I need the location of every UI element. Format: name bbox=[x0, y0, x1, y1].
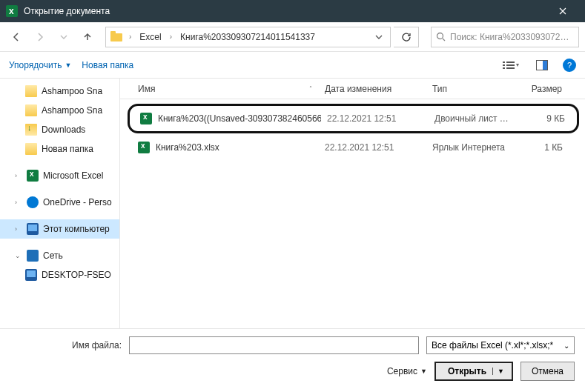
chevron-right-icon: › bbox=[168, 33, 174, 41]
organize-label: Упорядочить bbox=[9, 60, 62, 70]
column-header-type[interactable]: Тип bbox=[426, 79, 515, 99]
chevron-down-icon: ▼ bbox=[420, 368, 427, 375]
file-size: 1 КБ bbox=[515, 142, 569, 153]
sidebar-item-label: Ashampoo Sna bbox=[42, 105, 102, 116]
svg-rect-3 bbox=[110, 31, 116, 35]
sidebar-item-excel[interactable]: ›Microsoft Excel bbox=[0, 166, 119, 185]
column-headers: Имя˄ Дата изменения Тип Размер bbox=[120, 79, 585, 99]
tools-dropdown[interactable]: Сервис ▼ bbox=[387, 366, 427, 376]
folder-icon bbox=[25, 143, 37, 155]
sidebar-item-ashampoo-2[interactable]: Ashampoo Sna bbox=[0, 101, 119, 120]
excel-icon bbox=[27, 170, 39, 182]
sidebar-item-label: DESKTOP-FSEO bbox=[42, 270, 111, 280]
file-size: 9 КБ bbox=[518, 113, 571, 124]
sidebar-item-thispc[interactable]: ›Этот компьютер bbox=[0, 219, 119, 239]
sidebar-item-label: Сеть bbox=[43, 250, 63, 261]
file-type: Ярлык Интернета bbox=[426, 142, 515, 153]
help-button[interactable]: ? bbox=[563, 59, 576, 72]
svg-text:x: x bbox=[9, 6, 14, 16]
sidebar-item-label: Этот компьютер bbox=[43, 224, 110, 234]
column-header-name[interactable]: Имя˄ bbox=[132, 79, 319, 99]
view-mode-button[interactable] bbox=[500, 56, 521, 74]
sidebar-item-label: OneDrive - Perso bbox=[43, 197, 112, 207]
svg-rect-5 bbox=[503, 62, 505, 63]
new-folder-label: Новая папка bbox=[82, 60, 133, 70]
svg-rect-9 bbox=[503, 67, 505, 69]
sidebar-item-label: Downloads bbox=[42, 124, 85, 135]
cancel-button[interactable]: Отмена bbox=[520, 362, 575, 381]
search-box[interactable] bbox=[431, 27, 579, 47]
tools-label: Сервис bbox=[387, 366, 417, 376]
address-folder-icon bbox=[110, 31, 122, 43]
nav-forward-button[interactable] bbox=[30, 27, 50, 47]
sidebar-item-ashampoo-1[interactable]: Ashampoo Sna bbox=[0, 82, 119, 101]
chevron-right-icon: › bbox=[15, 199, 22, 206]
filename-input[interactable] bbox=[129, 336, 419, 354]
toolbar: Упорядочить ▼ Новая папка ? bbox=[0, 52, 585, 79]
folder-icon bbox=[25, 104, 37, 116]
excel-file-icon bbox=[138, 142, 150, 153]
open-button[interactable]: Открыть ▼ bbox=[434, 362, 513, 381]
refresh-button[interactable] bbox=[394, 27, 419, 47]
network-icon bbox=[27, 250, 39, 262]
sidebar-item-label: Microsoft Excel bbox=[43, 170, 103, 181]
chevron-down-icon: ▼ bbox=[65, 62, 71, 69]
open-split-icon[interactable]: ▼ bbox=[492, 368, 504, 375]
file-filter-dropdown[interactable]: Все файлы Excel (*.xl*;*.xlsx;* ⌄ bbox=[426, 336, 575, 354]
file-area: Имя˄ Дата изменения Тип Размер Книга%203… bbox=[120, 79, 585, 328]
window-title: Открытие документа bbox=[24, 6, 546, 16]
file-type: Двоичный лист … bbox=[429, 113, 518, 124]
column-label: Дата изменения bbox=[325, 84, 391, 94]
window-close-button[interactable] bbox=[546, 0, 579, 22]
pc-icon bbox=[25, 269, 37, 281]
nav-back-button[interactable] bbox=[6, 27, 27, 47]
column-label: Имя bbox=[138, 84, 155, 94]
excel-file-icon bbox=[140, 113, 152, 124]
sidebar-item-newfolder[interactable]: Новая папка bbox=[0, 139, 119, 159]
nav-up-button[interactable] bbox=[77, 27, 98, 47]
downloads-icon bbox=[25, 124, 37, 136]
breadcrumb-excel[interactable]: Excel bbox=[138, 32, 162, 42]
titlebar: x Открытие документа bbox=[0, 0, 585, 22]
sidebar-item-network[interactable]: ⌄Сеть bbox=[0, 246, 119, 265]
svg-rect-6 bbox=[506, 62, 515, 63]
sidebar-item-desktop-fseo[interactable]: DESKTOP-FSEO bbox=[0, 265, 119, 285]
sidebar-item-downloads[interactable]: Downloads bbox=[0, 120, 119, 139]
sidebar: Ashampoo Sna Ashampoo Sna Downloads Нова… bbox=[0, 79, 120, 328]
sort-asc-icon: ˄ bbox=[309, 85, 312, 92]
chevron-down-icon: ⌄ bbox=[563, 342, 569, 350]
file-rows: Книга%203((Unsaved-3093073824605660… 22.… bbox=[120, 99, 585, 328]
search-input[interactable] bbox=[450, 32, 574, 42]
file-date: 22.12.2021 12:51 bbox=[319, 142, 426, 153]
search-icon bbox=[436, 32, 446, 41]
chevron-right-icon: › bbox=[127, 33, 133, 41]
column-header-size[interactable]: Размер bbox=[515, 79, 569, 99]
chevron-down-icon: ⌄ bbox=[15, 252, 22, 259]
body-area: Ashampoo Sna Ashampoo Sna Downloads Нова… bbox=[0, 79, 585, 328]
cancel-label: Отмена bbox=[532, 366, 563, 376]
address-bar[interactable]: › Excel › Книга%203309307214011541337 bbox=[105, 27, 391, 47]
new-folder-button[interactable]: Новая папка bbox=[82, 60, 133, 70]
breadcrumb-folder[interactable]: Книга%203309307214011541337 bbox=[179, 32, 317, 42]
svg-rect-10 bbox=[506, 67, 515, 69]
nav-recent-dropdown[interactable] bbox=[53, 27, 74, 47]
column-header-date[interactable]: Дата изменения bbox=[319, 79, 426, 99]
chevron-right-icon: › bbox=[15, 172, 22, 179]
file-name: Книга%203((Unsaved-3093073824605660… bbox=[158, 113, 321, 124]
sidebar-item-onedrive[interactable]: ›OneDrive - Perso bbox=[0, 193, 119, 212]
file-row[interactable]: Книга%203((Unsaved-3093073824605660… 22.… bbox=[128, 104, 579, 133]
file-row[interactable]: Книга%203.xlsx 22.12.2021 12:51 Ярлык Ин… bbox=[128, 135, 579, 160]
svg-point-4 bbox=[437, 33, 443, 39]
preview-pane-button[interactable] bbox=[532, 56, 552, 74]
file-name: Книга%203.xlsx bbox=[156, 142, 219, 153]
column-label: Размер bbox=[532, 84, 562, 94]
chevron-right-icon: › bbox=[15, 225, 22, 233]
folder-icon bbox=[25, 85, 37, 97]
address-dropdown-icon[interactable] bbox=[372, 35, 386, 39]
file-filter-label: Все файлы Excel (*.xl*;*.xlsx;* bbox=[432, 340, 553, 351]
svg-rect-8 bbox=[506, 64, 515, 66]
sidebar-item-label: Ashampoo Sna bbox=[42, 86, 102, 96]
organize-button[interactable]: Упорядочить ▼ bbox=[9, 60, 71, 70]
onedrive-icon bbox=[27, 196, 39, 208]
sidebar-item-label: Новая папка bbox=[42, 144, 93, 154]
